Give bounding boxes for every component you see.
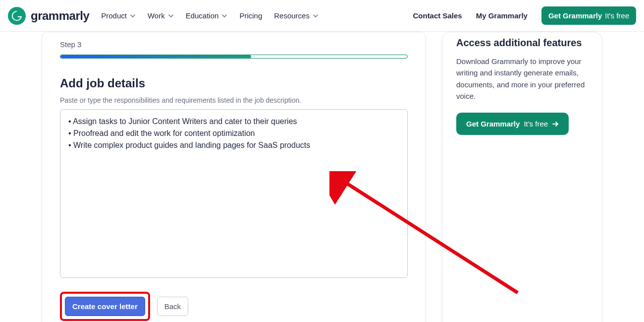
create-cover-letter-button[interactable]: Create cover letter bbox=[65, 297, 145, 316]
annotation-highlight: Create cover letter bbox=[60, 292, 150, 321]
promo-cta-bold: Get Grammarly bbox=[466, 120, 520, 128]
promo-card: Access additional features Download Gram… bbox=[442, 32, 602, 322]
grammarly-logo-icon bbox=[8, 7, 26, 25]
chevron-down-icon bbox=[221, 13, 227, 19]
brand-name: grammarly bbox=[31, 9, 89, 23]
promo-title: Access additional features bbox=[456, 37, 588, 49]
wizard-actions: Create cover letter Back bbox=[42, 292, 426, 321]
nav-education-label: Education bbox=[186, 11, 219, 20]
contact-sales-link[interactable]: Contact Sales bbox=[413, 11, 462, 20]
my-grammarly-link[interactable]: My Grammarly bbox=[476, 11, 528, 20]
get-grammarly-button[interactable]: Get Grammarly It's free bbox=[541, 6, 636, 25]
site-header: grammarly Product Work Education Pricing… bbox=[0, 0, 644, 32]
logo[interactable]: grammarly bbox=[8, 7, 89, 25]
cta-light: It's free bbox=[605, 11, 629, 20]
cta-bold: Get Grammarly bbox=[548, 11, 602, 20]
nav-education[interactable]: Education bbox=[186, 11, 228, 20]
arrow-right-icon bbox=[552, 121, 559, 128]
chevron-down-icon bbox=[130, 13, 136, 19]
promo-cta-light: It's free bbox=[524, 120, 548, 128]
nav-resources[interactable]: Resources bbox=[274, 11, 319, 20]
primary-nav: Product Work Education Pricing Resources bbox=[101, 11, 319, 20]
job-details-textarea[interactable] bbox=[60, 109, 408, 278]
header-right: Contact Sales My Grammarly Get Grammarly… bbox=[413, 6, 636, 25]
progress-fill bbox=[60, 55, 251, 58]
nav-product[interactable]: Product bbox=[101, 11, 136, 20]
progress-bar bbox=[60, 55, 408, 59]
step-label: Step 3 bbox=[60, 40, 408, 49]
nav-work[interactable]: Work bbox=[148, 11, 174, 20]
promo-text: Download Grammarly to improve your writi… bbox=[456, 56, 588, 102]
section-title: Add job details bbox=[60, 76, 408, 90]
nav-resources-label: Resources bbox=[274, 11, 310, 20]
nav-pricing[interactable]: Pricing bbox=[239, 11, 262, 20]
promo-get-grammarly-button[interactable]: Get Grammarly It's free bbox=[456, 113, 569, 135]
chevron-down-icon bbox=[168, 13, 174, 19]
nav-pricing-label: Pricing bbox=[239, 11, 262, 20]
wizard-card: Step 3 Add job details Paste or type the… bbox=[42, 32, 426, 322]
chevron-down-icon bbox=[313, 13, 319, 19]
section-subtitle: Paste or type the responsibilities and r… bbox=[60, 96, 408, 104]
nav-work-label: Work bbox=[148, 11, 165, 20]
nav-product-label: Product bbox=[101, 11, 127, 20]
back-button[interactable]: Back bbox=[157, 297, 188, 316]
